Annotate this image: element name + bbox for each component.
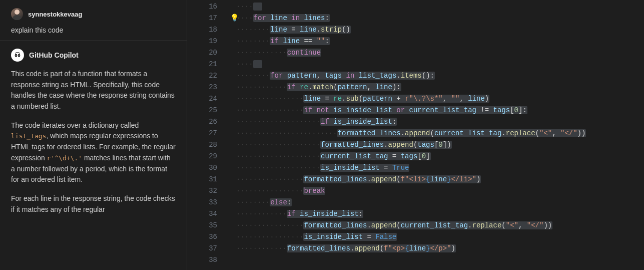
code-line[interactable]: ················break bbox=[236, 185, 644, 197]
code-line[interactable]: ············formatted_lines.append(f"<p>… bbox=[236, 243, 644, 254]
user-name: synnestokkevaag bbox=[28, 11, 82, 18]
line-number: 38 bbox=[187, 254, 217, 266]
code-line[interactable]: ················line = re.sub(pattern + … bbox=[236, 93, 644, 105]
line-number: 23 bbox=[187, 82, 217, 93]
copilot-icon bbox=[11, 49, 24, 62]
line-number: 25 bbox=[187, 105, 217, 116]
line-number: 34 bbox=[187, 208, 217, 220]
code-line[interactable]: ····················formatted_lines.appe… bbox=[236, 139, 644, 151]
line-number: 28 bbox=[187, 139, 217, 151]
assistant-message-block: GitHub Copilot This code is part of a fu… bbox=[0, 41, 187, 231]
svg-point-3 bbox=[16, 55, 17, 56]
line-number: 20 bbox=[187, 47, 217, 59]
line-number: 37 bbox=[187, 243, 217, 254]
line-number: 18 bbox=[187, 24, 217, 36]
code-line[interactable]: ········line = line.strip() bbox=[236, 24, 644, 36]
svg-point-4 bbox=[19, 55, 20, 56]
user-message-block: synnestokkevaag explain this code bbox=[0, 0, 187, 41]
chat-sidebar: synnestokkevaag explain this code GitHub… bbox=[0, 0, 187, 270]
line-number: 36 bbox=[187, 231, 217, 243]
code-line[interactable]: ···· bbox=[236, 1, 644, 13]
line-number: 19 bbox=[187, 36, 217, 47]
code-line[interactable]: ···· bbox=[236, 59, 644, 70]
user-avatar bbox=[11, 8, 23, 20]
code-line[interactable]: ············if re.match(pattern, line): bbox=[236, 82, 644, 93]
line-number: 21 bbox=[187, 59, 217, 70]
line-number: 33 bbox=[187, 197, 217, 208]
code-content[interactable]: ···· ····for line in lines:········line … bbox=[228, 0, 644, 270]
line-number: 35 bbox=[187, 220, 217, 231]
line-number: 26 bbox=[187, 116, 217, 128]
line-number: 31 bbox=[187, 174, 217, 185]
line-number: 32 bbox=[187, 185, 217, 197]
code-line[interactable]: ········else: bbox=[236, 197, 644, 208]
assistant-para-3: For each line in the response string, th… bbox=[11, 193, 176, 215]
inline-code: r'^\d+\.' bbox=[47, 154, 82, 162]
line-number: 27 bbox=[187, 128, 217, 139]
assistant-name: GitHub Copilot bbox=[29, 51, 79, 59]
code-line[interactable]: ················if not is_inside_list or… bbox=[236, 105, 644, 116]
assistant-response: This code is part of a function that for… bbox=[11, 69, 176, 215]
line-number: 30 bbox=[187, 162, 217, 174]
code-line[interactable]: ················is_inside_list = False bbox=[236, 231, 644, 243]
assistant-para-2: The code iterates over a dictionary call… bbox=[11, 120, 176, 185]
code-line[interactable]: ····················current_list_tag = t… bbox=[236, 151, 644, 162]
code-line[interactable]: ················formatted_lines.append(f… bbox=[236, 174, 644, 185]
code-line[interactable]: ············continue bbox=[236, 47, 644, 59]
code-editor[interactable]: 💡 16171819202122232425262728293031323334… bbox=[187, 0, 644, 270]
code-line[interactable]: ········for pattern, tags in list_tags.i… bbox=[236, 70, 644, 82]
code-line[interactable]: ····················if is_inside_list: bbox=[236, 116, 644, 128]
line-number: 17 bbox=[187, 13, 217, 24]
user-message-text: explain this code bbox=[11, 26, 176, 34]
code-line[interactable]: ························formatted_lines.… bbox=[236, 128, 644, 139]
code-line[interactable]: ····················is_inside_list = Tru… bbox=[236, 162, 644, 174]
line-number: 16 bbox=[187, 1, 217, 13]
line-number: 22 bbox=[187, 70, 217, 82]
line-number-gutter: 1617181920212223242526272829303132333435… bbox=[187, 0, 228, 270]
code-line[interactable]: ····for line in lines: bbox=[236, 13, 644, 24]
line-number: 24 bbox=[187, 93, 217, 105]
inline-code: list_tags bbox=[11, 132, 46, 140]
code-line[interactable]: ················formatted_lines.append(c… bbox=[236, 220, 644, 231]
assistant-para-1: This code is part of a function that for… bbox=[11, 69, 176, 112]
code-line[interactable]: ············if is_inside_list: bbox=[236, 208, 644, 220]
code-line[interactable]: ········if line == "": bbox=[236, 36, 644, 47]
line-number: 29 bbox=[187, 151, 217, 162]
